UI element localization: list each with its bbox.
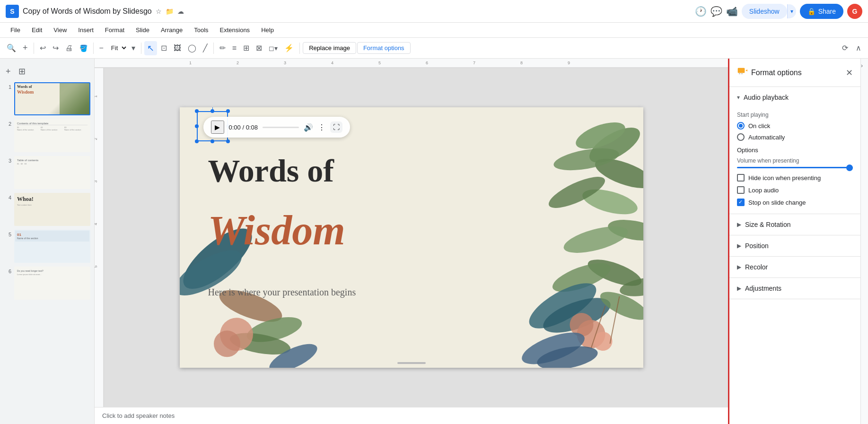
handle-bottom-right[interactable]	[226, 139, 230, 143]
audio-fullscreen-button[interactable]: ⛶	[330, 121, 342, 133]
format-paint-button[interactable]: ≡	[229, 42, 239, 54]
mask-button[interactable]: ◻▾	[266, 43, 281, 54]
format-options-button[interactable]: Format options	[357, 42, 411, 54]
redo-button[interactable]: ↪	[50, 42, 61, 54]
slide-thumbnail-2[interactable]: Contents of this template 01Name of the …	[14, 119, 90, 152]
paint-format-button[interactable]: 🪣	[77, 43, 90, 54]
stop-slide-checkbox[interactable]	[737, 199, 745, 206]
slide-item-6[interactable]: 6 Do you need longer text? Lorem ipsum d…	[0, 265, 94, 302]
volume-slider[interactable]	[737, 167, 853, 168]
menu-help[interactable]: Help	[256, 25, 279, 35]
crop-button[interactable]: ⊠	[253, 42, 265, 54]
loop-audio-option[interactable]: Loop audio	[737, 186, 853, 194]
automatically-option[interactable]: Automatically	[737, 133, 853, 141]
menu-edit[interactable]: Edit	[27, 25, 47, 35]
select-tool-button[interactable]: ⊡	[158, 42, 170, 54]
search-button[interactable]: 🔍	[4, 42, 19, 54]
cursor-tool-button[interactable]: ↖	[144, 41, 157, 55]
slide-thumbnail-4[interactable]: Whoa! Text content here	[14, 193, 90, 226]
star-icon[interactable]: ☆	[156, 8, 162, 15]
on-click-radio[interactable]	[737, 122, 745, 130]
handle-top-left[interactable]	[195, 109, 199, 113]
audio-playback-header[interactable]: ▾ Audio playback	[729, 87, 860, 108]
on-click-label: On click	[748, 122, 770, 130]
stop-slide-option[interactable]: Stop on slide change	[737, 199, 853, 206]
start-playing-label: Start playing	[737, 112, 853, 118]
slideshow-dropdown-button[interactable]: ▾	[787, 4, 796, 18]
align-button[interactable]: ⊞	[240, 42, 252, 54]
user-avatar[interactable]: G	[847, 4, 862, 19]
folder-icon[interactable]: 📁	[166, 8, 174, 15]
handle-bottom-left[interactable]	[195, 139, 199, 143]
audio-volume-button[interactable]: 🔊	[304, 123, 313, 132]
size-rotation-section[interactable]: ▶ Size & Rotation	[729, 214, 860, 235]
handle-bottom-mid[interactable]	[210, 139, 214, 143]
format-panel-icon	[737, 66, 747, 79]
handle-top-right[interactable]	[226, 109, 230, 113]
more-button[interactable]: ∧	[853, 42, 864, 54]
add-button[interactable]: +	[20, 41, 31, 55]
menu-tools[interactable]: Tools	[189, 25, 213, 35]
audio-more-button[interactable]: ⋮	[318, 123, 325, 132]
comment-button[interactable]: 💬	[710, 6, 722, 17]
handle-left-mid[interactable]	[195, 124, 199, 128]
horizontal-scrollbar[interactable]	[397, 362, 426, 364]
meet-button[interactable]: 📹	[726, 6, 738, 17]
slide-number-4: 4	[4, 195, 11, 200]
slide-canvas-wrapper: 1 2 3 4 5	[95, 68, 728, 407]
line-tool-button[interactable]: ╱	[200, 42, 210, 54]
slide-thumbnail-5[interactable]: 01 Name of the section	[14, 230, 90, 263]
svg-text:1: 1	[95, 95, 98, 97]
undo-button[interactable]: ↩	[37, 42, 49, 54]
start-playing-options: On click Automatically	[737, 122, 853, 141]
alt-text-button[interactable]: ⚡	[281, 42, 297, 54]
slide-item-2[interactable]: 2 Contents of this template 01Name of th…	[0, 117, 94, 154]
slide-thumbnail-3[interactable]: Table of contents 01 02 03	[14, 156, 90, 189]
menu-view[interactable]: View	[49, 25, 71, 35]
shape-tool-button[interactable]: ◯	[185, 42, 199, 54]
slide-item-4[interactable]: 4 Whoa! Text content here	[0, 191, 94, 228]
on-click-option[interactable]: On click	[737, 122, 853, 130]
loop-audio-checkbox[interactable]	[737, 186, 745, 194]
replace-image-button[interactable]: Replace image	[303, 42, 356, 54]
audio-play-button[interactable]: ▶	[211, 121, 224, 134]
menu-insert[interactable]: Insert	[73, 25, 98, 35]
collapse-panel-button[interactable]: ›	[860, 59, 868, 424]
adjustments-section[interactable]: ▶ Adjustments	[729, 278, 860, 299]
add-slide-button[interactable]: +	[4, 65, 13, 78]
format-panel-close-button[interactable]: ✕	[846, 68, 853, 78]
zoom-dropdown-button[interactable]: ▾	[129, 42, 138, 54]
slide-item-1[interactable]: 1 Words ofWisdom	[0, 80, 94, 117]
hide-icon-option[interactable]: Hide icon when presenting	[737, 174, 853, 182]
slide-thumbnail-1[interactable]: Words ofWisdom	[14, 82, 90, 115]
history-button[interactable]: 🕐	[695, 6, 707, 17]
pen-tool-button[interactable]: ✏	[217, 42, 228, 54]
menu-format[interactable]: Format	[100, 25, 129, 35]
recolor-section[interactable]: ▶ Recolor	[729, 257, 860, 278]
menu-slide[interactable]: Slide	[131, 25, 154, 35]
cloud-icon[interactable]: ☁	[177, 8, 184, 15]
menu-extensions[interactable]: Extensions	[215, 25, 255, 35]
notes-bar[interactable]: Click to add speaker notes	[95, 407, 728, 424]
doc-title-area: Copy of Words of Wisdom by Slidesgo ☆ 📁 …	[23, 7, 691, 16]
zoom-select[interactable]: Fit	[107, 43, 128, 53]
slide-grid-button[interactable]: ⊞	[17, 64, 27, 78]
print-button[interactable]: 🖨	[62, 42, 76, 54]
menu-file[interactable]: File	[6, 25, 25, 35]
hide-icon-checkbox[interactable]	[737, 174, 745, 182]
menu-arrange[interactable]: Arrange	[156, 25, 187, 35]
slide-subtitle: Here is where your presentation begins	[208, 287, 356, 298]
slide-item-5[interactable]: 5 01 Name of the section	[0, 228, 94, 265]
share-button[interactable]: 🔒 Share	[800, 4, 843, 19]
position-section[interactable]: ▶ Position	[729, 235, 860, 257]
slide-thumbnail-6[interactable]: Do you need longer text? Lorem ipsum dol…	[14, 267, 90, 300]
slide-item-3[interactable]: 3 Table of contents 01 02 03	[0, 154, 94, 191]
svg-text:3: 3	[95, 180, 98, 182]
zoom-out-button[interactable]: −	[96, 42, 106, 54]
transform-button[interactable]: ⟳	[839, 42, 851, 54]
audio-progress-bar[interactable]	[263, 127, 299, 128]
image-tool-button[interactable]: 🖼	[171, 42, 184, 54]
format-options-panel: Format options ✕ ▾ Audio playback Start …	[728, 59, 860, 424]
automatically-radio[interactable]	[737, 133, 745, 141]
slideshow-button[interactable]: Slideshow	[742, 4, 787, 19]
